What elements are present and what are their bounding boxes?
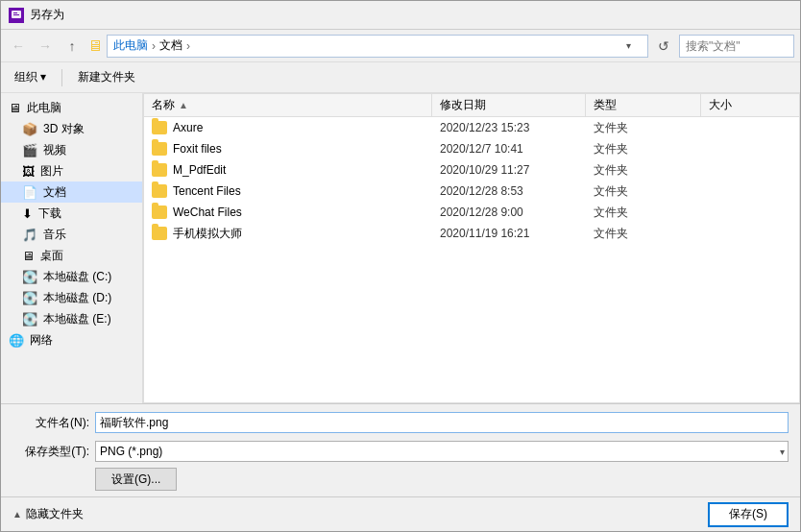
col-name-label: 名称 bbox=[152, 97, 175, 113]
file-size bbox=[701, 202, 778, 223]
col-type-label: 类型 bbox=[594, 97, 617, 113]
breadcrumb-documents: 文档 bbox=[159, 37, 182, 54]
sidebar-item-videos[interactable]: 🎬 视频 bbox=[1, 139, 142, 160]
filetype-row: 保存类型(T): PNG (*.png) ▾ bbox=[12, 439, 789, 464]
organize-label: 组织 ▾ bbox=[14, 69, 46, 85]
titlebar: 另存为 bbox=[1, 1, 800, 30]
file-size bbox=[701, 181, 778, 202]
sidebar-item-3d[interactable]: 📦 3D 对象 bbox=[1, 118, 142, 139]
file-date: 2020/10/29 11:27 bbox=[432, 159, 586, 181]
svg-rect-2 bbox=[13, 12, 17, 13]
svg-rect-1 bbox=[13, 14, 19, 15]
actionbar: 组织 ▾ 新建文件夹 bbox=[1, 62, 800, 93]
settings-button[interactable]: 设置(G)... bbox=[95, 468, 177, 491]
sidebar-item-documents[interactable]: 📄 文档 bbox=[1, 181, 142, 203]
settings-label: 设置(G)... bbox=[111, 472, 160, 486]
file-row[interactable]: Foxit files2020/12/7 10:41文件夹 bbox=[144, 138, 799, 159]
save-button[interactable]: 保存(S) bbox=[708, 502, 789, 527]
file-date: 2020/12/7 10:41 bbox=[432, 138, 586, 159]
computer-icon: 🖥 bbox=[9, 101, 21, 115]
sidebar-item-local-c[interactable]: 💽 本地磁盘 (C:) bbox=[1, 266, 142, 287]
file-row[interactable]: 手机模拟大师2020/11/19 16:21文件夹 bbox=[144, 223, 799, 244]
file-size bbox=[701, 223, 778, 244]
footer: ▲ 隐藏文件夹 保存(S) bbox=[1, 496, 800, 531]
desktop-icon: 🖥 bbox=[22, 249, 35, 263]
network-icon: 🌐 bbox=[9, 333, 24, 348]
disk-c-icon: 💽 bbox=[22, 270, 37, 284]
new-folder-button[interactable]: 新建文件夹 bbox=[72, 66, 141, 89]
sidebar-item-label-videos: 视频 bbox=[43, 142, 66, 158]
file-area: 名称 ▲ 修改日期 类型 大小 Axure2020/12/23 15:23文件夹… bbox=[143, 93, 800, 403]
breadcrumb-this-pc[interactable]: 此电脑 bbox=[113, 37, 148, 54]
sidebar-item-local-d[interactable]: 💽 本地磁盘 (D:) bbox=[1, 287, 142, 308]
sidebar-item-label-downloads: 下载 bbox=[38, 206, 61, 222]
hide-folders-button[interactable]: ▲ 隐藏文件夹 bbox=[12, 506, 84, 522]
up-button[interactable]: ↑ bbox=[61, 35, 84, 58]
sidebar-item-network[interactable]: 🌐 网络 bbox=[1, 329, 142, 351]
video-icon: 🎬 bbox=[22, 143, 37, 157]
save-label: 保存(S) bbox=[729, 507, 767, 520]
col-header-date[interactable]: 修改日期 bbox=[432, 94, 586, 116]
forward-button[interactable]: → bbox=[34, 35, 57, 58]
toolbar: ← → ↑ 🖥 此电脑 › 文档 › ▾ ↺ bbox=[1, 30, 800, 62]
file-type: 文件夹 bbox=[586, 117, 701, 138]
file-row[interactable]: Tencent Files2020/12/28 8:53文件夹 bbox=[144, 181, 799, 202]
picture-icon: 🖼 bbox=[22, 164, 35, 179]
sidebar-item-label-music: 音乐 bbox=[43, 227, 66, 243]
bottom-section: 文件名(N): 保存类型(T): PNG (*.png) ▾ 设置(G)... bbox=[1, 403, 800, 496]
sidebar-item-label-local-c: 本地磁盘 (C:) bbox=[43, 269, 111, 285]
file-name: Axure bbox=[173, 121, 203, 134]
music-icon: 🎵 bbox=[22, 228, 37, 242]
main-content: 🖥 此电脑 📦 3D 对象 🎬 视频 🖼 图片 📄 文档 ⬇ 下载 bbox=[1, 93, 800, 403]
sidebar-item-desktop[interactable]: 🖥 桌面 bbox=[1, 245, 142, 266]
file-list: Axure2020/12/23 15:23文件夹Foxit files2020/… bbox=[144, 117, 799, 402]
col-header-name[interactable]: 名称 ▲ bbox=[144, 94, 432, 116]
sidebar-item-label-this-pc: 此电脑 bbox=[27, 100, 61, 116]
sidebar-item-pictures[interactable]: 🖼 图片 bbox=[1, 160, 142, 181]
breadcrumb-bar[interactable]: 此电脑 › 文档 › ▾ bbox=[107, 35, 648, 58]
back-button[interactable]: ← bbox=[7, 35, 30, 58]
hide-folders-label: 隐藏文件夹 bbox=[26, 506, 84, 522]
filetype-select-wrapper: PNG (*.png) ▾ bbox=[95, 441, 789, 462]
breadcrumb-dropdown-arrow[interactable]: ▾ bbox=[626, 40, 642, 51]
3d-icon: 📦 bbox=[22, 122, 37, 136]
file-row[interactable]: Axure2020/12/23 15:23文件夹 bbox=[144, 117, 799, 138]
file-type: 文件夹 bbox=[586, 223, 701, 244]
dialog-title: 另存为 bbox=[30, 7, 64, 23]
file-name: 手机模拟大师 bbox=[173, 226, 242, 242]
file-row[interactable]: WeChat Files2020/12/28 9:00文件夹 bbox=[144, 202, 799, 223]
file-date: 2020/11/19 16:21 bbox=[432, 223, 586, 244]
filename-input[interactable] bbox=[95, 412, 789, 433]
filetype-select[interactable]: PNG (*.png) bbox=[95, 441, 789, 462]
file-date: 2020/12/23 15:23 bbox=[432, 117, 586, 138]
sidebar-item-label-local-d: 本地磁盘 (D:) bbox=[43, 290, 111, 306]
file-row[interactable]: M_PdfEdit2020/10/29 11:27文件夹 bbox=[144, 159, 799, 181]
refresh-button[interactable]: ↺ bbox=[652, 35, 675, 58]
settings-row: 设置(G)... bbox=[12, 468, 789, 493]
sidebar-item-label-pictures: 图片 bbox=[40, 163, 63, 180]
sidebar-item-label-local-e: 本地磁盘 (E:) bbox=[43, 311, 111, 327]
folder-icon bbox=[152, 227, 167, 240]
sidebar-item-music[interactable]: 🎵 音乐 bbox=[1, 224, 142, 245]
sidebar: 🖥 此电脑 📦 3D 对象 🎬 视频 🖼 图片 📄 文档 ⬇ 下载 bbox=[1, 93, 143, 403]
col-name-sort: ▲ bbox=[179, 100, 188, 110]
sidebar-item-downloads[interactable]: ⬇ 下载 bbox=[1, 203, 142, 224]
folder-icon bbox=[152, 184, 167, 198]
download-icon: ⬇ bbox=[22, 206, 33, 221]
disk-e-icon: 💽 bbox=[22, 312, 37, 326]
file-name: Foxit files bbox=[173, 142, 222, 156]
breadcrumb-folder-icon: 🖥 bbox=[87, 37, 103, 55]
search-input[interactable] bbox=[679, 35, 794, 58]
col-header-size[interactable]: 大小 bbox=[701, 94, 778, 116]
file-type: 文件夹 bbox=[586, 159, 701, 181]
breadcrumb-sep-1: › bbox=[152, 39, 156, 53]
breadcrumb-sep-2: › bbox=[186, 39, 190, 53]
sidebar-item-this-pc[interactable]: 🖥 此电脑 bbox=[1, 97, 142, 118]
file-size bbox=[701, 117, 778, 138]
disk-d-icon: 💽 bbox=[22, 291, 37, 305]
file-size bbox=[701, 159, 778, 181]
organize-button[interactable]: 组织 ▾ bbox=[9, 66, 52, 89]
sidebar-item-local-e[interactable]: 💽 本地磁盘 (E:) bbox=[1, 308, 142, 329]
file-date: 2020/12/28 8:53 bbox=[432, 181, 586, 202]
col-header-type[interactable]: 类型 bbox=[586, 94, 701, 116]
